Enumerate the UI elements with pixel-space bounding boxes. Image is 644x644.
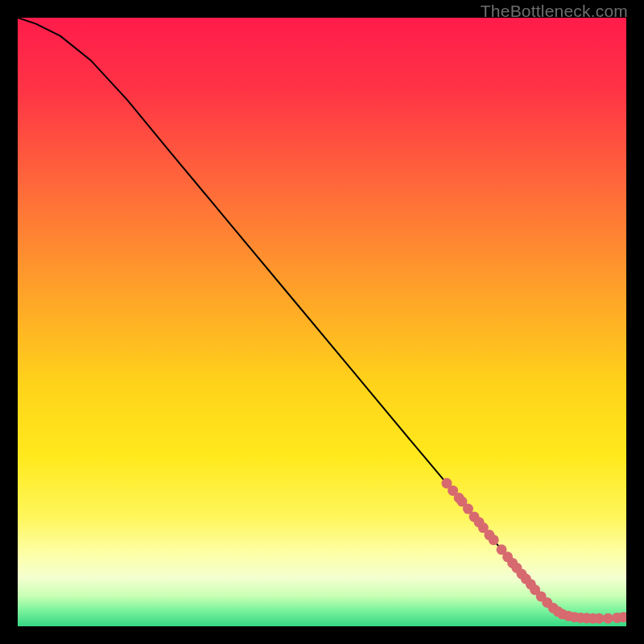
data-marker [603,613,613,624]
plot-area [18,18,626,626]
gradient-background [18,18,626,626]
chart-frame: TheBottleneck.com [0,0,644,644]
chart-svg [18,18,626,626]
attribution-text: TheBottleneck.com [481,2,628,21]
data-marker [593,613,604,624]
data-marker [489,535,499,545]
